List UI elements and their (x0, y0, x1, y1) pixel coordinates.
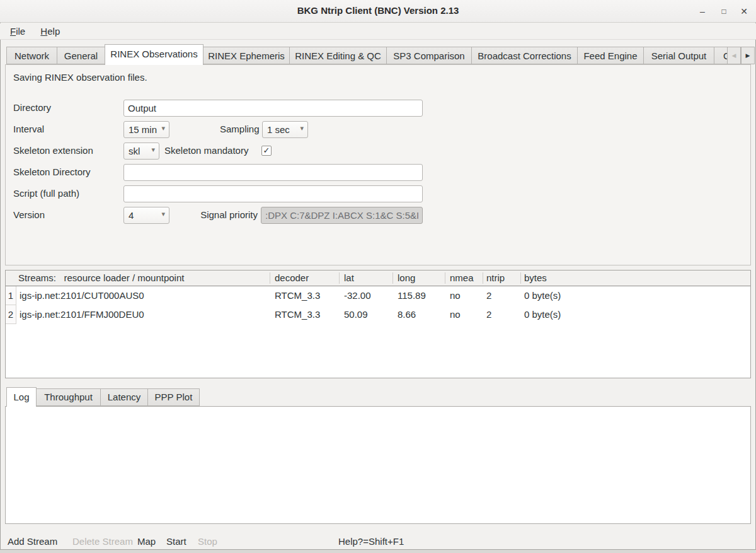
tab-scroll-left-icon[interactable]: ◀ (727, 47, 741, 64)
cell-lat: -32.00 (344, 286, 371, 305)
skeleton-directory-input[interactable] (123, 164, 423, 181)
maximize-icon[interactable]: □ (717, 4, 731, 18)
tab-ppp-plot[interactable]: PPP Plot (147, 388, 200, 406)
pane-description: Saving RINEX observation files. (13, 71, 147, 84)
main-tab-bar: Network General RINEX Observations RINEX… (0, 44, 756, 65)
version-value: 4 (129, 209, 134, 222)
tab-throughput[interactable]: Throughput (36, 388, 101, 406)
skeleton-extension-value: skl (129, 145, 140, 158)
minimize-icon[interactable]: – (696, 4, 709, 18)
start-button[interactable]: Start (166, 533, 186, 550)
tab-general[interactable]: General (57, 47, 105, 64)
streams-table: Streams: resource loader / mountpoint de… (5, 270, 751, 378)
cell-long: 8.66 (398, 305, 416, 324)
tab-strip: Network General RINEX Observations RINEX… (0, 44, 727, 65)
chevron-down-icon: ▾ (161, 124, 165, 132)
tab-network[interactable]: Network (6, 47, 57, 64)
chevron-down-icon: ▾ (300, 124, 304, 132)
menu-file[interactable]: File (8, 25, 28, 37)
col-header-nmea[interactable]: nmea (450, 271, 474, 286)
script-label: Script (full path) (13, 187, 79, 200)
column-separator (483, 272, 483, 284)
cell-ntrip: 2 (486, 305, 491, 324)
cell-decoder: RTCM_3.3 (275, 286, 320, 305)
tab-rinex-observations[interactable]: RINEX Observations (105, 44, 203, 65)
close-icon[interactable]: ✕ (737, 4, 751, 18)
col-header-decoder[interactable]: decoder (275, 271, 309, 286)
row-number: 2 (6, 305, 16, 324)
directory-label: Directory (13, 102, 51, 114)
cell-mountpoint: igs-ip.net:2101/CUT000AUS0 (20, 286, 144, 305)
row-number: 1 (6, 286, 16, 305)
log-output-area[interactable] (5, 406, 751, 524)
script-input[interactable] (123, 185, 423, 202)
menu-help[interactable]: Help (38, 25, 62, 37)
cell-long: 115.89 (398, 286, 426, 305)
col-header-mountpoint[interactable]: Streams: resource loader / mountpoint (18, 271, 184, 286)
chevron-down-icon: ▾ (161, 210, 165, 218)
tab-broadcast-corrections[interactable]: Broadcast Corrections (471, 47, 578, 64)
tab-feed-engine[interactable]: Feed Engine (577, 47, 644, 64)
window-bottom-edge (0, 549, 756, 553)
cell-nmea: no (450, 286, 461, 305)
skeleton-mandatory-label: Skeleton mandatory (164, 144, 248, 157)
cell-decoder: RTCM_3.3 (275, 305, 320, 324)
tab-log[interactable]: Log (6, 387, 37, 407)
rinex-observations-pane: Saving RINEX observation files. Director… (5, 64, 751, 265)
column-separator (339, 272, 340, 284)
cell-mountpoint: igs-ip.net:2101/FFMJ00DEU0 (20, 305, 144, 324)
version-select[interactable]: 4 ▾ (123, 207, 169, 224)
sampling-value: 1 sec (267, 124, 290, 136)
checkmark-icon: ✓ (263, 146, 270, 155)
col-header-long[interactable]: long (398, 271, 415, 286)
version-label: Version (13, 209, 45, 221)
menu-bar: File Help (0, 23, 756, 40)
tab-rinex-ephemeris[interactable]: RINEX Ephemeris (203, 47, 290, 64)
cell-bytes: 0 byte(s) (524, 305, 561, 324)
interval-value: 15 min (129, 124, 157, 136)
help-shortcut-hint: Help?=Shift+F1 (338, 533, 404, 550)
cell-lat: 50.09 (344, 305, 368, 324)
cell-bytes: 0 byte(s) (524, 286, 561, 305)
directory-input[interactable] (123, 100, 423, 117)
map-button[interactable]: Map (137, 533, 156, 550)
skeleton-extension-select[interactable]: skl ▾ (123, 143, 159, 160)
tab-scroll-right-icon[interactable]: ▶ (741, 47, 755, 64)
col-header-lat[interactable]: lat (344, 271, 354, 286)
interval-label: Interval (13, 123, 44, 136)
column-separator (392, 272, 393, 284)
add-stream-button[interactable]: Add Stream (8, 533, 57, 550)
column-separator (270, 272, 270, 284)
stop-button[interactable]: Stop (198, 533, 217, 550)
cell-nmea: no (450, 305, 461, 324)
skeleton-extension-label: Skeleton extension (13, 144, 93, 157)
sampling-label: Sampling (220, 123, 259, 136)
tab-rinex-editing-qc[interactable]: RINEX Editing & QC (289, 47, 387, 64)
window-title: BKG Ntrip Client (BNC) Version 2.13 (0, 5, 756, 16)
table-row[interactable]: 2 igs-ip.net:2101/FFMJ00DEU0 RTCM_3.3 50… (6, 305, 750, 324)
log-tab-bar: Log Throughput Latency PPP Plot (0, 387, 756, 407)
signal-priority-input (261, 207, 423, 224)
chevron-down-icon: ▾ (151, 146, 155, 154)
bnc-window: BKG Ntrip Client (BNC) Version 2.13 – □ … (0, 0, 756, 553)
streams-table-header: Streams: resource loader / mountpoint de… (6, 271, 750, 286)
col-header-ntrip[interactable]: ntrip (486, 271, 505, 286)
skeleton-directory-label: Skeleton Directory (13, 166, 91, 178)
table-row[interactable]: 1 igs-ip.net:2101/CUT000AUS0 RTCM_3.3 -3… (6, 286, 750, 305)
delete-stream-button[interactable]: Delete Stream (72, 533, 133, 550)
tab-latency[interactable]: Latency (100, 388, 148, 406)
cell-ntrip: 2 (486, 286, 491, 305)
column-separator (445, 272, 445, 284)
skeleton-mandatory-checkbox[interactable]: ✓ (261, 146, 272, 156)
interval-select[interactable]: 15 min ▾ (123, 121, 169, 138)
sampling-select[interactable]: 1 sec ▾ (262, 121, 308, 138)
col-header-bytes[interactable]: bytes (524, 271, 547, 286)
tab-sp3-comparison[interactable]: SP3 Comparison (386, 47, 472, 64)
column-separator (520, 272, 521, 284)
title-bar: BKG Ntrip Client (BNC) Version 2.13 – □ … (0, 0, 756, 23)
tab-outages-clipped[interactable]: Ou (714, 47, 727, 64)
signal-priority-label: Signal priority (192, 209, 258, 221)
action-bar: Add Stream Delete Stream Map Start Stop … (0, 533, 756, 550)
tab-serial-output[interactable]: Serial Output (643, 47, 714, 64)
